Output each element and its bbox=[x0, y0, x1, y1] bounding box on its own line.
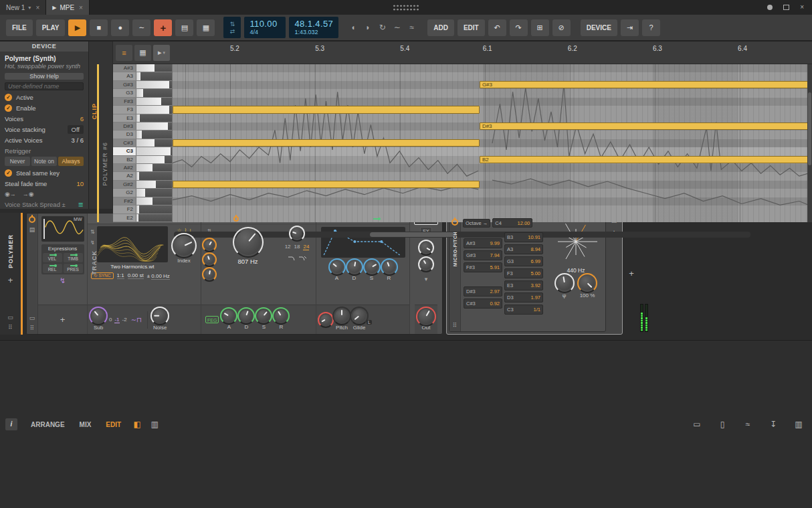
wavetable-display[interactable] bbox=[97, 226, 168, 262]
r-knob[interactable] bbox=[275, 310, 287, 322]
d-knob[interactable] bbox=[348, 261, 361, 273]
timeline-label[interactable]: 5.2 bbox=[230, 45, 239, 52]
project-tab-new1[interactable]: New 1 ▾ × bbox=[0, 0, 46, 15]
track-tab[interactable]: TRACK bbox=[91, 250, 98, 275]
loop-icon[interactable]: ↻ bbox=[377, 23, 388, 32]
expression-slot-timb[interactable]: TIMB bbox=[64, 253, 83, 262]
file-menu-button[interactable]: FILE bbox=[6, 19, 33, 36]
piano-key-E3[interactable]: E3 bbox=[113, 114, 172, 122]
stop-button[interactable]: ■ bbox=[90, 19, 108, 36]
undo-button[interactable]: ↶ bbox=[488, 19, 506, 36]
chevron-down-icon[interactable]: ▾ bbox=[28, 5, 31, 11]
tuning-E3[interactable]: E33.92 bbox=[504, 280, 543, 290]
midi-note[interactable]: B2 bbox=[480, 156, 809, 163]
edit-menu-button[interactable]: EDIT bbox=[458, 19, 485, 36]
mixer-panel-icon[interactable]: ▥ bbox=[791, 420, 807, 429]
add-track-device-button[interactable]: + bbox=[5, 275, 16, 286]
out-mod-knob-a[interactable] bbox=[421, 242, 431, 253]
timeline-ruler[interactable]: 5.25.35.46.16.26.36.4 bbox=[173, 41, 812, 64]
a-knob[interactable] bbox=[331, 261, 343, 273]
vertical-scroll-thumb[interactable] bbox=[808, 92, 811, 165]
phase-random-icon[interactable]: ↯ bbox=[90, 240, 95, 246]
filter-keytrack-knob[interactable] bbox=[205, 255, 214, 264]
sub-octave-option[interactable]: 0 bbox=[109, 317, 112, 323]
dual-panel-icon[interactable]: ▥ bbox=[146, 420, 163, 429]
expression-slot-vel[interactable]: VEL bbox=[43, 253, 62, 262]
piano-key-E2[interactable]: E2 bbox=[113, 214, 172, 222]
transport-mode-icons[interactable]: ⇅⇄ bbox=[223, 17, 241, 38]
active-toggle[interactable]: ✓Active bbox=[0, 92, 88, 102]
panel-toggle-icon[interactable]: ⇥ bbox=[621, 19, 639, 36]
retrigger-option-always[interactable]: Always bbox=[58, 157, 84, 166]
add-module-button[interactable]: + bbox=[58, 315, 68, 325]
piano-key-F#3[interactable]: F#3 bbox=[113, 98, 172, 106]
mod-wheel-display[interactable]: MW bbox=[41, 216, 84, 242]
project-tab-mpe[interactable]: ▶ MPE × bbox=[46, 0, 90, 15]
help-button[interactable]: ? bbox=[642, 19, 660, 36]
piano-key-C3[interactable]: C3 bbox=[113, 147, 172, 155]
midi-note[interactable] bbox=[173, 139, 480, 147]
automation-write-icon[interactable]: ≈ bbox=[406, 23, 417, 32]
midi-note[interactable]: G#3 bbox=[480, 81, 809, 88]
timeline-label[interactable]: 6.2 bbox=[568, 45, 577, 52]
tab-arrange[interactable]: ARRANGE bbox=[24, 421, 72, 428]
vertical-scrollbar[interactable] bbox=[807, 64, 812, 222]
track-name-vertical[interactable]: POLYMER bbox=[7, 234, 14, 268]
unison-icon[interactable]: ⇅ bbox=[90, 229, 95, 236]
legato-badge[interactable]: L bbox=[367, 320, 372, 325]
time-signature-value[interactable]: 4/4 bbox=[249, 29, 280, 35]
piano-key-G2[interactable]: G2 bbox=[113, 189, 172, 197]
tempo-value[interactable]: 110.00 bbox=[249, 19, 280, 29]
piano-key-G#2[interactable]: G#2 bbox=[113, 181, 172, 189]
minimize-icon[interactable] bbox=[767, 5, 773, 10]
punch-out-icon[interactable]: ◗ bbox=[362, 23, 373, 32]
detune-value[interactable]: 0.00 st bbox=[128, 272, 144, 279]
midi-note[interactable] bbox=[173, 106, 480, 113]
s-knob[interactable] bbox=[258, 310, 270, 322]
a-knob[interactable] bbox=[223, 310, 235, 322]
steal-fade-time-row[interactable]: Steal fade time10 bbox=[0, 178, 88, 189]
sub-octave-option[interactable]: -1 bbox=[114, 317, 119, 323]
freq-offset-value[interactable]: ± 0.00 Hz bbox=[147, 273, 170, 279]
expression-slot-pres[interactable]: PRES bbox=[64, 264, 83, 273]
tuning-A3[interactable]: A38.94 bbox=[504, 244, 543, 254]
mod-targets-icon[interactable]: →◉ bbox=[23, 191, 34, 197]
d-knob[interactable] bbox=[240, 310, 252, 322]
scale-wheel-display[interactable] bbox=[548, 218, 604, 266]
tuning-D#3[interactable]: D#32.97 bbox=[464, 286, 502, 297]
tuning-B3[interactable]: B310.91 bbox=[504, 232, 543, 242]
track-header-column[interactable]: POLYMER + ▭ ⠿ bbox=[0, 213, 23, 335]
wavetable-index-knob[interactable] bbox=[174, 236, 194, 256]
automation-follow-icon[interactable]: ∼ bbox=[391, 23, 403, 32]
timeline-label[interactable]: 6.4 bbox=[738, 45, 747, 52]
clip-launcher-layout-icon[interactable]: ▤ bbox=[175, 19, 193, 36]
piano-key-F#2[interactable]: F#2 bbox=[113, 197, 172, 205]
piano-key-G3[interactable]: G3 bbox=[113, 89, 172, 97]
grid-settings-button[interactable]: ▦ bbox=[134, 45, 151, 61]
tuning-D3[interactable]: D31.97 bbox=[504, 292, 543, 303]
automation-panel-icon[interactable]: ≈ bbox=[740, 420, 756, 429]
tab-edit[interactable]: EDIT bbox=[99, 421, 128, 428]
horizontal-scroll-thumb[interactable] bbox=[370, 232, 456, 237]
pointer-tool-button[interactable]: ▸▾ bbox=[153, 45, 170, 61]
piano-key-B2[interactable]: B2 bbox=[113, 156, 172, 164]
record-button[interactable]: ● bbox=[111, 19, 129, 36]
tuning-F#3[interactable]: F#35.91 bbox=[464, 262, 502, 272]
drag-handle-icon[interactable]: ⠿ bbox=[8, 324, 13, 331]
remote-controls-icon[interactable]: ▭ bbox=[29, 315, 35, 321]
r-knob[interactable] bbox=[383, 261, 395, 273]
play-button[interactable]: ▶ bbox=[68, 19, 86, 36]
piano-key-F2[interactable]: F2 bbox=[113, 205, 172, 214]
piano-key-G#3[interactable]: G#3 bbox=[113, 81, 172, 89]
vibrato-depth-knob[interactable] bbox=[320, 315, 331, 325]
close-window-icon[interactable]: × bbox=[800, 4, 804, 11]
tuning-G3[interactable]: G36.99 bbox=[504, 256, 543, 266]
overdub-button[interactable]: ∼ bbox=[132, 19, 150, 36]
voice-stack-spread-row[interactable]: Voice Stack Spread ± ≣ bbox=[0, 199, 88, 209]
filter-slope-option[interactable]: 24 bbox=[303, 244, 309, 250]
mod-sources-icon[interactable]: ◉→ bbox=[5, 191, 16, 197]
piano-key-F3[interactable]: F3 bbox=[113, 106, 172, 114]
noise-knob[interactable] bbox=[153, 309, 167, 323]
position-display[interactable]: 48.1.4.57 1:43.032 bbox=[289, 17, 338, 38]
expression-slot-rel[interactable]: REL bbox=[43, 264, 62, 273]
